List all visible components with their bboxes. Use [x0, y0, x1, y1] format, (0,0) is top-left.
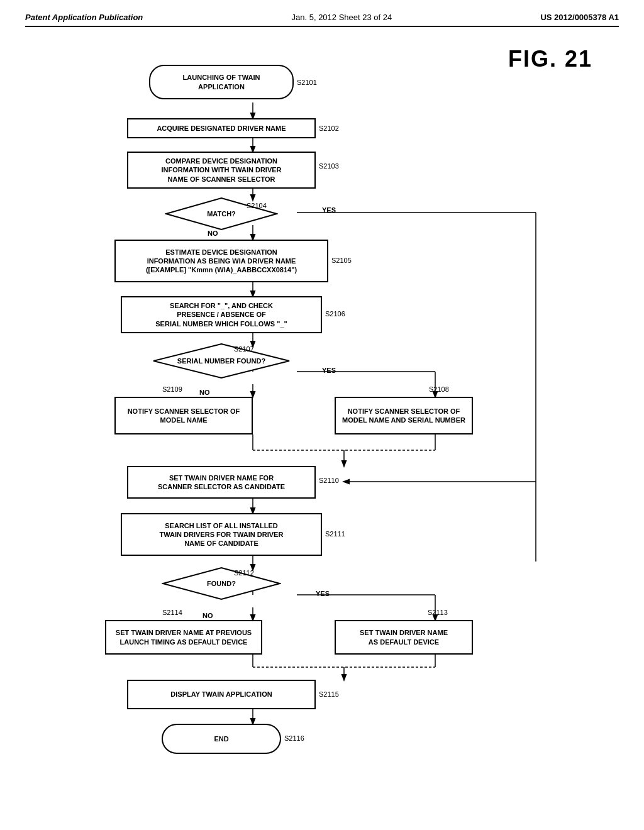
page-header: Patent Application Publication Jan. 5, 2… [25, 13, 619, 27]
no-label-s2112: NO [203, 612, 213, 619]
header-patent-number: US 2012/0005378 A1 [540, 13, 619, 22]
step-s2116: END [162, 724, 281, 754]
label-s2110: S2110 [319, 477, 339, 484]
svg-text:FOUND?: FOUND? [207, 580, 236, 587]
label-s2111: S2111 [325, 530, 345, 538]
label-s2101: S2101 [297, 79, 317, 86]
step-s2114: SET TWAIN DRIVER NAME AT PREVIOUS LAUNCH… [105, 620, 262, 655]
step-s2108: NOTIFY SCANNER SELECTOR OF MODEL NAME AN… [335, 397, 473, 434]
step-s2111: SEARCH LIST OF ALL INSTALLED TWAIN DRIVE… [121, 513, 322, 556]
label-s2104: S2104 [247, 202, 267, 209]
label-s2103: S2103 [319, 162, 339, 170]
label-s2115: S2115 [319, 690, 339, 698]
page: Patent Application Publication Jan. 5, 2… [0, 0, 644, 830]
label-s2113: S2113 [428, 609, 448, 616]
label-s2114: S2114 [162, 609, 182, 616]
yes-label-s2104: YES [322, 206, 336, 214]
step-s2102: ACQUIRE DESIGNATED DRIVER NAME [127, 118, 316, 138]
header-date-sheet: Jan. 5, 2012 Sheet 23 of 24 [292, 13, 392, 22]
step-s2105: ESTIMATE DEVICE DESIGNATION INFORMATION … [114, 240, 328, 282]
label-s2108: S2108 [429, 385, 449, 393]
diagram: FIG. 21 [52, 46, 592, 788]
yes-label-s2112: YES [316, 590, 330, 597]
label-s2107: S2107 [234, 345, 254, 353]
label-s2116: S2116 [284, 734, 304, 742]
step-s2103: COMPARE DEVICE DESIGNATION INFORMATION W… [127, 152, 316, 189]
label-s2105: S2105 [331, 257, 352, 264]
label-s2112: S2112 [234, 569, 254, 577]
no-label-s2107: NO [199, 389, 210, 396]
svg-text:MATCH?: MATCH? [207, 210, 236, 218]
label-s2106: S2106 [325, 310, 345, 318]
label-s2109: S2109 [162, 385, 182, 393]
header-publication: Patent Application Publication [25, 13, 143, 22]
step-s2115: DISPLAY TWAIN APPLICATION [127, 680, 316, 709]
svg-text:SERIAL NUMBER FOUND?: SERIAL NUMBER FOUND? [177, 357, 266, 365]
flowchart: LAUNCHING OF TWAIN APPLICATION S2101 ACQ… [52, 46, 592, 788]
no-label-s2104: NO [208, 230, 218, 237]
step-s2109: NOTIFY SCANNER SELECTOR OF MODEL NAME [114, 397, 253, 434]
step-s2101: LAUNCHING OF TWAIN APPLICATION [149, 65, 294, 99]
diamond-s2107: SERIAL NUMBER FOUND? [152, 343, 291, 377]
yes-label-s2107: YES [322, 367, 336, 374]
step-s2110: SET TWAIN DRIVER NAME FOR SCANNER SELECT… [127, 466, 316, 499]
step-s2113: SET TWAIN DRIVER NAME AS DEFAULT DEVICE [335, 620, 473, 655]
step-s2106: SEARCH FOR "_", AND CHECK PRESENCE / ABS… [121, 296, 322, 333]
label-s2102: S2102 [319, 124, 339, 132]
diamond-s2112: FOUND? [162, 567, 281, 601]
